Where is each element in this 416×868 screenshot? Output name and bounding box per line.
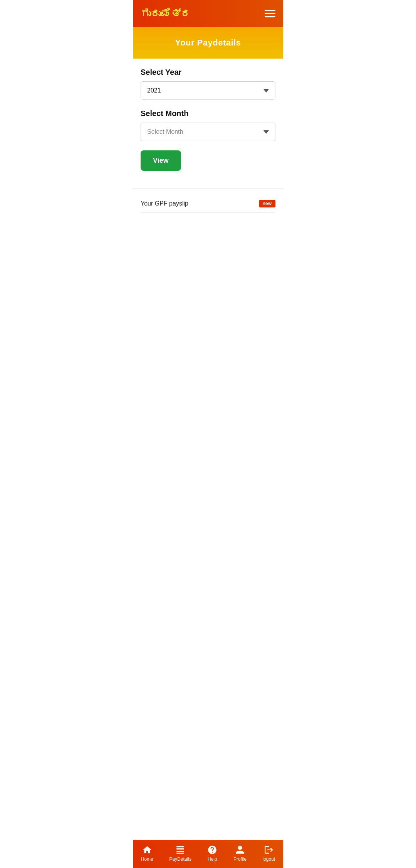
month-dropdown[interactable]: Select Month (141, 123, 275, 141)
gpf-label: Your GPF payslip (141, 200, 188, 207)
gpf-new-badge: new (259, 200, 275, 207)
month-label: Select Month (141, 109, 275, 118)
year-value: 2021 (147, 87, 161, 94)
year-label: Select Year (141, 68, 275, 77)
page-banner: Your Paydetails (133, 27, 283, 59)
month-placeholder: Select Month (147, 128, 183, 135)
app-header: ಗುರುಮಿತ್ರ (133, 0, 283, 27)
chevron-down-icon (263, 89, 269, 93)
main-content: Select Year 2021 Select Month Select Mon… (133, 59, 283, 185)
chevron-down-icon (263, 130, 269, 134)
year-dropdown[interactable]: 2021 (141, 81, 275, 100)
menu-icon[interactable] (265, 10, 275, 17)
gpf-section: Your GPF payslip new (133, 193, 283, 297)
page-title: Your Paydetails (141, 38, 275, 48)
gpf-row: Your GPF payslip new (141, 193, 275, 212)
app-logo: ಗುರುಮಿತ್ರ (141, 8, 191, 20)
view-button[interactable]: View (141, 150, 181, 171)
gpf-body (141, 212, 275, 297)
section-divider (133, 189, 283, 189)
